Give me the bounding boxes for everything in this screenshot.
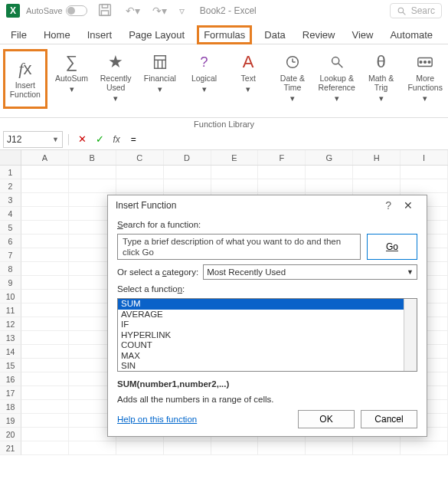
close-icon[interactable]: ✕ <box>397 199 419 212</box>
cancel-formula-icon[interactable]: ✕ <box>75 133 90 145</box>
cell[interactable] <box>21 317 69 331</box>
cell[interactable] <box>21 414 69 428</box>
tab-file[interactable]: File <box>9 26 28 44</box>
cell[interactable] <box>306 166 353 179</box>
cell[interactable] <box>21 276 69 290</box>
row-header[interactable]: 9 <box>0 276 21 290</box>
cell[interactable] <box>69 179 116 193</box>
help-link[interactable]: Help on this function <box>117 415 197 424</box>
col-header[interactable]: D <box>164 150 211 165</box>
list-item[interactable]: IF <box>118 320 417 330</box>
row-header[interactable]: 15 <box>0 359 21 372</box>
cell[interactable] <box>258 441 306 455</box>
tab-data[interactable]: Data <box>263 26 286 44</box>
qat-dropdown-icon[interactable]: ▿ <box>176 5 188 17</box>
cell[interactable] <box>21 179 69 193</box>
row-header[interactable]: 4 <box>0 207 21 221</box>
cell[interactable] <box>21 166 69 179</box>
confirm-formula-icon[interactable]: ✓ <box>93 133 107 145</box>
row-header[interactable]: 12 <box>0 317 21 331</box>
name-box[interactable]: J12 ▼ <box>3 131 63 148</box>
row-header[interactable]: 2 <box>0 179 21 193</box>
logical-button[interactable]: ? Logical▾ <box>185 49 224 97</box>
formula-input[interactable] <box>126 133 445 146</box>
cell[interactable] <box>69 441 116 455</box>
scrollbar[interactable] <box>404 299 417 371</box>
more-functions-button[interactable]: More Functions▾ <box>405 49 445 106</box>
cell[interactable] <box>164 441 211 455</box>
cancel-button[interactable]: Cancel <box>361 410 417 428</box>
dialog-help-icon[interactable]: ? <box>379 199 397 212</box>
cell[interactable] <box>21 290 69 303</box>
cell[interactable] <box>21 441 69 455</box>
cell[interactable] <box>21 303 69 317</box>
date-time-button[interactable]: Date & Time▾ <box>273 49 312 106</box>
go-button[interactable]: Go <box>367 234 417 260</box>
text-button[interactable]: A Text▾ <box>228 49 268 97</box>
list-item[interactable]: COUNT <box>118 340 417 351</box>
cell[interactable] <box>21 345 69 359</box>
cell[interactable] <box>21 359 69 372</box>
save-icon[interactable] <box>93 2 116 21</box>
recently-used-button[interactable]: ★ Recently Used▾ <box>96 49 136 106</box>
row-header[interactable]: 18 <box>0 400 21 414</box>
list-item[interactable]: MAX <box>118 351 417 362</box>
financial-button[interactable]: Financial▾ <box>140 49 180 97</box>
cell[interactable] <box>306 441 353 455</box>
cell[interactable] <box>258 166 306 179</box>
autosave-toggle[interactable]: AutoSave <box>26 5 87 16</box>
col-header[interactable]: F <box>258 150 306 165</box>
select-all-corner[interactable] <box>0 150 21 165</box>
col-header[interactable]: E <box>211 150 259 165</box>
cell[interactable] <box>21 386 69 400</box>
row-header[interactable]: 3 <box>0 193 21 207</box>
cell[interactable] <box>21 221 69 235</box>
cell[interactable] <box>116 179 164 193</box>
row-header[interactable]: 7 <box>0 248 21 262</box>
cell[interactable] <box>211 441 259 455</box>
col-header[interactable]: C <box>116 150 164 165</box>
math-trig-button[interactable]: θ Math & Trig▾ <box>361 49 401 106</box>
cell[interactable] <box>21 193 69 207</box>
col-header[interactable]: A <box>21 150 69 165</box>
col-header[interactable]: B <box>69 150 116 165</box>
col-header[interactable]: G <box>306 150 353 165</box>
tab-insert[interactable]: Insert <box>86 26 114 44</box>
row-header[interactable]: 16 <box>0 372 21 386</box>
list-item[interactable]: HYPERLINK <box>118 330 417 341</box>
list-item[interactable]: SIN <box>118 361 417 372</box>
cell[interactable] <box>401 179 448 193</box>
undo-icon[interactable]: ↶▾ <box>123 5 143 17</box>
toggle-off-icon[interactable] <box>66 5 87 16</box>
cell[interactable] <box>164 166 211 179</box>
fx-icon[interactable]: fx <box>110 134 123 145</box>
row-header[interactable]: 13 <box>0 331 21 345</box>
cell[interactable] <box>353 179 401 193</box>
search-function-input[interactable]: Type a brief description of what you wan… <box>117 234 361 260</box>
chevron-down-icon[interactable]: ▼ <box>52 136 59 143</box>
cell[interactable] <box>116 441 164 455</box>
ok-button[interactable]: OK <box>298 410 355 428</box>
function-list[interactable]: SUM AVERAGE IF HYPERLINK COUNT MAX SIN <box>117 298 417 372</box>
tab-automate[interactable]: Automate <box>388 26 434 44</box>
row-header[interactable]: 5 <box>0 221 21 235</box>
cell[interactable] <box>353 166 401 179</box>
cell[interactable] <box>21 372 69 386</box>
redo-icon[interactable]: ↷▾ <box>149 5 170 17</box>
autosum-button[interactable]: ∑ AutoSum▾ <box>52 49 92 97</box>
cell[interactable] <box>401 166 448 179</box>
cell[interactable] <box>401 441 448 455</box>
col-header[interactable]: H <box>353 150 401 165</box>
cell[interactable] <box>21 207 69 221</box>
row-header[interactable]: 14 <box>0 345 21 359</box>
row-header[interactable]: 19 <box>0 414 21 428</box>
col-header[interactable]: I <box>401 150 448 165</box>
category-select[interactable]: Most Recently Used ▼ <box>203 264 417 280</box>
lookup-reference-button[interactable]: Lookup & Reference▾ <box>317 49 357 106</box>
cell[interactable] <box>116 166 164 179</box>
tab-formulas[interactable]: Formulas <box>197 25 252 44</box>
tab-review[interactable]: Review <box>301 26 337 44</box>
row-header[interactable]: 11 <box>0 303 21 317</box>
row-header[interactable]: 17 <box>0 386 21 400</box>
cell[interactable] <box>21 400 69 414</box>
